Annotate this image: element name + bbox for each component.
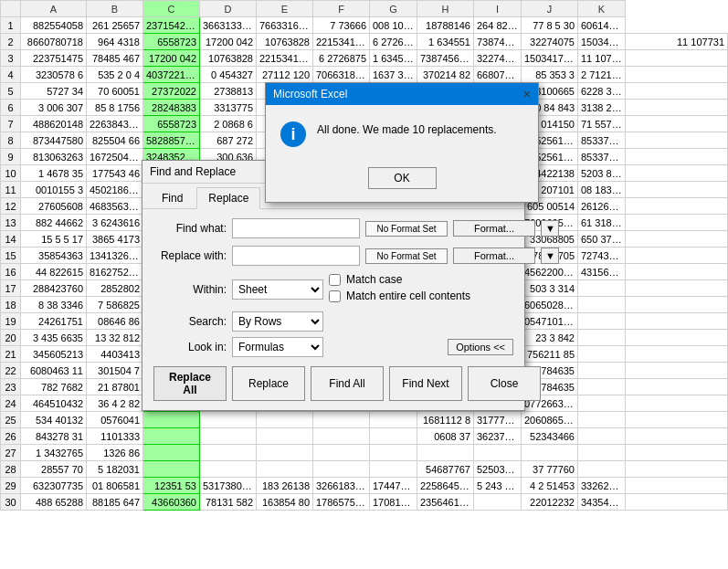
within-select[interactable]: Sheet (232, 279, 323, 300)
find-format-dropdown[interactable]: ▼ (541, 220, 559, 237)
row-header[interactable]: 14 (1, 231, 21, 248)
cell-r9-c12[interactable] (626, 149, 728, 165)
cell-r19-c10[interactable]: 054710100 (522, 313, 578, 330)
row-header[interactable]: 23 (1, 379, 21, 395)
cell-r10-c12[interactable] (626, 165, 728, 182)
cell-r5-c11[interactable]: 6228 334 (578, 83, 626, 100)
cell-r29-c7[interactable]: 1744752 5 (370, 478, 417, 494)
cell-r26-c1[interactable]: 843278 31 (21, 428, 87, 445)
cell-r26-c9[interactable]: 362373108 (474, 428, 522, 445)
replace-format-dropdown[interactable]: ▼ (541, 248, 559, 264)
cell-r5-c3[interactable]: 27372022 (143, 83, 200, 100)
cell-r17-c2[interactable]: 2852802 (87, 280, 143, 297)
cell-r29-c9[interactable]: 5 243 358 (474, 478, 522, 494)
cell-r30-c9[interactable] (474, 494, 522, 511)
cell-r30-c11[interactable]: 343542488 (578, 494, 626, 511)
cell-r2-c5[interactable]: 10763828 (257, 34, 313, 50)
excel-dialog-close[interactable]: × (523, 87, 531, 101)
cell-r15-c2[interactable]: 134132630 (87, 248, 143, 264)
cell-r30-c2[interactable]: 88185 647 (87, 494, 143, 511)
cell-r13-c2[interactable]: 3 6243616 (87, 215, 143, 231)
cell-r6-c3[interactable]: 28248383 (143, 100, 200, 116)
cell-r11-c1[interactable]: 0010155 3 (21, 182, 87, 198)
cell-r27-c5[interactable] (257, 445, 313, 461)
cell-r12-c1[interactable]: 27605608 (21, 198, 87, 215)
row-header[interactable]: 12 (1, 198, 21, 215)
cell-r1-c4[interactable]: 366313354 (200, 17, 257, 34)
row-header[interactable]: 15 (1, 248, 21, 264)
row-header[interactable]: 9 (1, 149, 21, 165)
cell-r6-c2[interactable]: 85 8 1756 (87, 100, 143, 116)
cell-r3-c10[interactable]: 150341732 (522, 50, 578, 67)
cell-r20-c1[interactable]: 3 435 6635 (21, 330, 87, 346)
cell-r10-c11[interactable]: 5203 862 (578, 165, 626, 182)
cell-r21-c11[interactable] (578, 346, 626, 363)
cell-r5-c12[interactable] (626, 83, 728, 100)
cell-r3-c3[interactable]: 17200 042 (143, 50, 200, 67)
cell-r30-c8[interactable]: 235646162 (417, 494, 474, 511)
cell-r25-c5[interactable] (257, 412, 313, 428)
cell-r23-c2[interactable]: 21 87801 (87, 379, 143, 395)
cell-r28-c9[interactable]: 52503767 (474, 461, 522, 478)
cell-r29-c12[interactable] (626, 478, 728, 494)
cell-r27-c7[interactable] (370, 445, 417, 461)
cell-r14-c2[interactable]: 3865 4173 (87, 231, 143, 248)
cell-r23-c11[interactable] (578, 379, 626, 395)
match-case-checkbox[interactable] (329, 274, 341, 286)
row-header[interactable]: 27 (1, 445, 21, 461)
cell-r15-c11[interactable]: 727433 78 (578, 248, 626, 264)
cell-r29-c6[interactable]: 326618313 (313, 478, 370, 494)
cell-r27-c9[interactable] (474, 445, 522, 461)
cell-r25-c2[interactable]: 0576041 (87, 412, 143, 428)
cell-r26-c11[interactable] (578, 428, 626, 445)
cell-r6-c11[interactable]: 3138 2876 (578, 100, 626, 116)
cell-r1-c8[interactable]: 18788146 (417, 17, 474, 34)
cell-r20-c12[interactable] (626, 330, 728, 346)
cell-r3-c4[interactable]: 10763828 (200, 50, 257, 67)
cell-r17-c11[interactable] (578, 280, 626, 297)
cell-r3-c8[interactable]: 738745607 (417, 50, 474, 67)
col-header-g[interactable]: G (370, 1, 417, 17)
cell-r26-c5[interactable] (257, 428, 313, 445)
cell-r16-c10[interactable]: 456220043 (522, 264, 578, 280)
cell-r4-c2[interactable]: 535 2 0 4 (87, 67, 143, 83)
cell-r7-c11[interactable]: 71 557737 (578, 116, 626, 132)
row-header[interactable]: 13 (1, 215, 21, 231)
cell-r27-c8[interactable] (417, 445, 474, 461)
cell-r26-c2[interactable]: 1101333 (87, 428, 143, 445)
cell-r1-c3[interactable]: 237154202 (143, 17, 200, 34)
find-all-button[interactable]: Find All (311, 366, 384, 401)
col-header-f[interactable]: F (313, 1, 370, 17)
row-header[interactable]: 30 (1, 494, 21, 511)
tab-find[interactable]: Find (150, 187, 195, 208)
cell-r2-c9[interactable]: 738745607 (474, 34, 522, 50)
cell-r30-c3[interactable]: 43660360 (143, 494, 200, 511)
row-header[interactable]: 18 (1, 297, 21, 313)
cell-r30-c4[interactable]: 78131 582 (200, 494, 257, 511)
row-header[interactable]: 11 (1, 182, 21, 198)
cell-r20-c11[interactable] (578, 330, 626, 346)
cell-r22-c12[interactable] (626, 363, 728, 379)
cell-r1-c6[interactable]: 7 73666 (313, 17, 370, 34)
cell-r4-c12[interactable] (626, 67, 728, 83)
row-header[interactable]: 29 (1, 478, 21, 494)
cell-r1-c7[interactable]: 008 10501 (370, 17, 417, 34)
cell-r6-c12[interactable] (626, 100, 728, 116)
cell-r25-c12[interactable] (626, 412, 728, 428)
cell-r7-c2[interactable]: 226384307 (87, 116, 143, 132)
cell-r8-c11[interactable]: 853370246 (578, 132, 626, 149)
cell-r4-c8[interactable]: 370214 82 (417, 67, 474, 83)
cell-r2-c4[interactable]: 17200 042 (200, 34, 257, 50)
cell-r18-c11[interactable] (578, 297, 626, 313)
cell-r25-c4[interactable] (200, 412, 257, 428)
cell-r15-c12[interactable] (626, 248, 728, 264)
col-header-c[interactable]: C (143, 1, 200, 17)
cell-r2-c1[interactable]: 8660780718 (21, 34, 87, 50)
col-header-b[interactable]: B (87, 1, 143, 17)
cell-r10-c1[interactable]: 1 4678 35 (21, 165, 87, 182)
row-header[interactable]: 20 (1, 330, 21, 346)
cell-r30-c7[interactable]: 170812774 (370, 494, 417, 511)
cell-r24-c1[interactable]: 464510432 (21, 395, 87, 412)
cell-r4-c11[interactable]: 2 712105 (578, 67, 626, 83)
cell-r4-c4[interactable]: 0 454327 (200, 67, 257, 83)
